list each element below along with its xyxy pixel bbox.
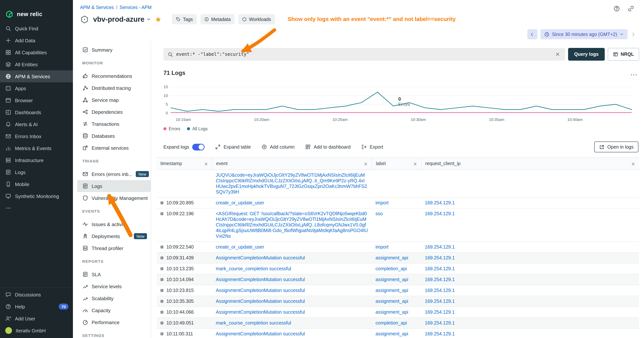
query-logs-button[interactable]: Query logs [568, 48, 605, 61]
sidebar-item-more[interactable] [0, 202, 73, 214]
metadata-button[interactable]: Metadata [200, 14, 234, 24]
log-request-client-ip-link[interactable]: 169.254.129.1 [425, 298, 455, 304]
subnav-item-scalability[interactable]: Scalability [77, 292, 151, 304]
add-column-button[interactable]: Add column [262, 144, 295, 150]
log-request-client-ip-link[interactable]: 169.254.129.1 [425, 211, 455, 216]
log-label-link[interactable]: completion_api [376, 266, 407, 271]
sidebar-item-metrics-events[interactable]: Metrics & Events [0, 142, 73, 154]
sidebar-item-browser[interactable]: Browser [0, 94, 73, 106]
log-event-link[interactable]: AssignmentCompletionMutation successful [216, 255, 305, 260]
log-request-client-ip-link[interactable]: 169.254.129.1 [425, 277, 455, 282]
logs-query-box[interactable] [164, 48, 565, 61]
log-label-link[interactable]: import [376, 200, 388, 205]
add-to-dashboard-button[interactable]: Add to dashboard [305, 144, 350, 150]
workloads-button[interactable]: Workloads [238, 14, 275, 24]
log-request-client-ip-link[interactable]: 169.254.129.1 [425, 309, 455, 314]
log-request-client-ip-link[interactable]: 169.254.129.1 [425, 266, 455, 271]
log-table-row[interactable]: 10:10:13.235mark_course_completion succe… [157, 263, 639, 274]
log-table-row[interactable]: 10:10:14.094AssignmentCompletionMutation… [157, 274, 639, 285]
new-relic-logo[interactable]: new relic [0, 0, 73, 23]
log-table-row[interactable]: 10:10:23.815AssignmentCompletionMutation… [157, 285, 639, 296]
log-event-link[interactable]: JUQVU&code=eyJraWQiOiJjcGltY29yZV8wOTl1M… [216, 172, 367, 194]
row-select-checkbox[interactable] [160, 311, 164, 314]
subnav-item-external-services[interactable]: External services [77, 142, 151, 154]
subnav-item-errors-errors-inb[interactable]: Errors (errors inb...New [77, 168, 151, 180]
log-table-row[interactable]: 10:10:49.051mark_course_completion succe… [157, 318, 639, 329]
breadcrumb-link-apm-services[interactable]: APM & Services [80, 5, 114, 10]
row-select-checkbox[interactable] [160, 267, 164, 270]
remove-column-icon[interactable] [364, 162, 368, 166]
subnav-item-dependencies[interactable]: Dependencies [77, 106, 151, 118]
sidebar-item-infrastructure[interactable]: Infrastructure [0, 154, 73, 166]
sidebar-item-alerts-ai[interactable]: Alerts & AI [0, 118, 73, 130]
row-select-checkbox[interactable] [160, 245, 164, 248]
entity-switcher-chevron-icon[interactable] [146, 17, 151, 22]
log-table-row[interactable]: 10:09:22.540create_or_update_userimport1… [157, 242, 639, 253]
row-select-checkbox[interactable] [160, 256, 164, 259]
subnav-item-thread-profiler[interactable]: Thread profiler [77, 242, 151, 254]
log-table-row[interactable]: 10:11:00.311AssignmentCompletionMutation… [157, 329, 639, 338]
row-select-checkbox[interactable] [160, 212, 164, 215]
expand-logs-toggle[interactable] [192, 144, 204, 150]
open-in-logs-button[interactable]: Open in logs [594, 142, 638, 152]
time-forward-button[interactable] [630, 32, 636, 37]
log-request-client-ip-link[interactable]: 169.254.129.1 [425, 244, 455, 249]
log-label-link[interactable]: sso [376, 211, 383, 216]
subnav-item-vulnerability-management[interactable]: Vulnerability Management [77, 192, 151, 204]
help-button[interactable] [612, 4, 622, 14]
row-select-checkbox[interactable] [160, 321, 164, 324]
favorite-star-icon[interactable] [155, 16, 162, 23]
legend-all-logs[interactable]: All Logs [187, 127, 208, 131]
sidebar-item-logs[interactable]: Logs [0, 166, 73, 178]
log-label-link[interactable]: assignment_api [376, 288, 408, 293]
subnav-item-recommendations[interactable]: Recommendations [77, 70, 151, 82]
log-event-link[interactable]: create_or_update_user [216, 244, 264, 249]
subnav-item-transactions[interactable]: Transactions [77, 118, 151, 130]
subnav-item-performance[interactable]: Performance [77, 316, 151, 328]
log-event-link[interactable]: create_or_update_user [216, 200, 264, 205]
log-label-link[interactable]: assignment_api [376, 331, 408, 336]
time-range-picker[interactable]: Since 30 minutes ago (GMT+2) [540, 29, 628, 39]
remove-column-icon[interactable] [631, 162, 636, 166]
log-event-link[interactable]: <ASGIRequest: GET '/sso/callback/?state=… [216, 211, 368, 239]
sidebar-item-discussions[interactable]: Discussions [0, 289, 73, 300]
subnav-item-logs[interactable]: Logs [77, 180, 151, 192]
log-request-client-ip-link[interactable]: 169.254.129.1 [425, 331, 455, 336]
log-event-link[interactable]: mark_course_completion successful [216, 320, 291, 325]
subnav-item-capacity[interactable]: Capacity [77, 304, 151, 316]
sidebar-item-help[interactable]: Help70 [0, 300, 73, 312]
sidebar-item-add-data[interactable]: Add Data [0, 35, 73, 47]
sidebar-item-all-entities[interactable]: All Entities [0, 58, 73, 70]
tags-button[interactable]: Tags [172, 14, 197, 24]
sidebar-item-synthetic-monitoring[interactable]: Synthetic Monitoring [0, 190, 73, 202]
clear-query-icon[interactable] [553, 52, 562, 57]
remove-column-icon[interactable] [204, 162, 208, 166]
log-table-row[interactable]: 10:10:35.305AssignmentCompletionMutation… [157, 296, 639, 307]
subnav-item-summary[interactable]: Summary [77, 44, 151, 56]
nrql-button[interactable]: NRQL [608, 48, 639, 61]
log-event-link[interactable]: AssignmentCompletionMutation successful [216, 277, 305, 282]
log-label-link[interactable]: assignment_api [376, 277, 408, 282]
log-event-link[interactable]: AssignmentCompletionMutation successful [216, 298, 305, 304]
legend-errors[interactable]: Errors [164, 127, 180, 131]
row-select-checkbox[interactable] [160, 300, 164, 303]
permalink-button[interactable] [626, 4, 636, 14]
sidebar-item-quick-find[interactable]: Quick Find [0, 23, 73, 35]
time-back-button[interactable] [527, 29, 538, 39]
log-label-link[interactable]: assignment_api [376, 255, 408, 260]
subnav-item-sla[interactable]: SLA [77, 268, 151, 280]
log-event-link[interactable]: AssignmentCompletionMutation successful [216, 309, 305, 314]
log-table-row[interactable]: 10:09:22.196<ASGIRequest: GET '/sso/call… [157, 208, 639, 242]
logs-query-input[interactable] [176, 52, 550, 57]
row-select-checkbox[interactable] [160, 332, 164, 335]
subnav-item-service-map[interactable]: Service map [77, 94, 151, 106]
log-table-row[interactable]: 10:09:31.439AssignmentCompletionMutation… [157, 253, 639, 263]
log-request-client-ip-link[interactable]: 169.254.129.1 [425, 320, 455, 325]
log-label-link[interactable]: assignment_api [376, 298, 408, 304]
remove-column-icon[interactable] [413, 162, 417, 166]
subnav-item-databases[interactable]: Databases [77, 130, 151, 142]
sidebar-item-apps[interactable]: Apps [0, 82, 73, 94]
breadcrumb-link-services-apm[interactable]: Services - APM [120, 5, 152, 10]
row-select-checkbox[interactable] [160, 289, 164, 292]
subnav-item-distributed-tracing[interactable]: Distributed tracing [77, 82, 151, 94]
